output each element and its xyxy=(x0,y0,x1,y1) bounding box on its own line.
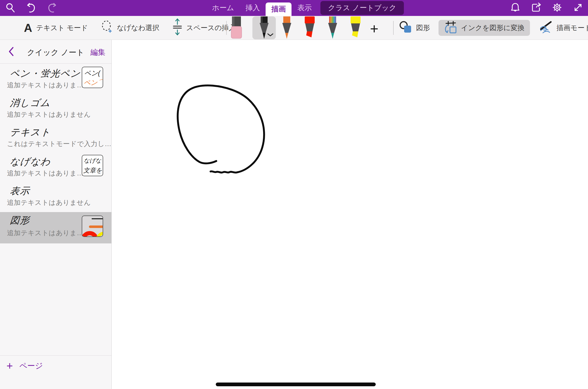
plus-icon: + xyxy=(6,360,13,371)
page-row-eraser[interactable]: 消しゴム 追加テキストはありません xyxy=(0,95,112,124)
edit-button[interactable]: 編集 xyxy=(90,47,105,57)
page-row-text[interactable]: テキスト これはテキストモードで入力し… xyxy=(0,124,112,153)
undo-button[interactable] xyxy=(25,2,37,14)
yellow-highlighter-tool[interactable] xyxy=(349,16,363,40)
red-highlighter-icon xyxy=(303,36,317,40)
page-row-shapes-selected[interactable]: 図形 追加テキストはありま… xyxy=(0,212,112,243)
page-title: テキスト xyxy=(9,126,51,139)
expand-icon xyxy=(573,2,584,14)
notifications-button[interactable] xyxy=(509,2,521,14)
thumbnail-shapes-drawing xyxy=(82,216,103,237)
gear-icon xyxy=(551,2,563,14)
draw-mode-label: 描画モード xyxy=(556,23,588,33)
eraser-tool[interactable] xyxy=(230,16,242,41)
settings-button[interactable] xyxy=(551,2,563,14)
thumbnail-ink-text: ペン( xyxy=(84,69,100,78)
ribbon-tabs: ホーム 挿入 描画 表示 クラス ノートブック xyxy=(206,0,404,16)
thumbnail-ink-text: なげな xyxy=(84,157,101,165)
page-row-view[interactable]: 表示 追加テキストはありません xyxy=(0,183,112,212)
shapes-button[interactable]: 図形 xyxy=(399,20,430,35)
drawing-canvas[interactable] xyxy=(112,40,588,389)
rainbow-pen-icon xyxy=(326,36,339,40)
page-row-pen-highlighter[interactable]: ペン・蛍光ペン 追加テキストはありま… ペン( ペン⌒ xyxy=(0,65,112,95)
tab-view[interactable]: 表示 xyxy=(292,0,317,16)
text-mode-button[interactable]: A テキスト モード xyxy=(24,22,88,34)
sidebar-header: クイック ノート 編集 xyxy=(0,40,111,64)
ribbon-divider-1 xyxy=(226,21,227,35)
page-thumbnail: なげな 文章を xyxy=(82,155,103,176)
page-list-sidebar: クイック ノート 編集 ペン・蛍光ペン 追加テキストはありま… ペン( ペン⌒ … xyxy=(0,40,112,389)
add-page-label: ページ xyxy=(19,361,43,371)
pen-options-chevron-icon[interactable] xyxy=(267,33,273,37)
rainbow-pen-tool[interactable] xyxy=(326,16,339,40)
ribbon-right-group: 図形 インクを図形に変換 xyxy=(399,16,588,40)
page-subtitle: 追加テキストはありま… xyxy=(7,228,84,237)
page-subtitle: これはテキストモードで入力し… xyxy=(7,139,111,148)
red-highlighter-tool[interactable] xyxy=(303,16,317,40)
ink-stroke-circle xyxy=(112,40,588,389)
home-indicator-bar[interactable] xyxy=(216,383,376,386)
tab-home[interactable]: ホーム xyxy=(206,0,240,16)
page-row-lasso[interactable]: なげなわ 追加テキストはありま… なげな 文章を xyxy=(0,153,112,183)
thumbnail-ink-text: 文章を xyxy=(83,166,102,174)
undo-icon xyxy=(25,2,36,13)
ink-to-shape-icon xyxy=(444,21,457,35)
page-title: ペン・蛍光ペン xyxy=(9,67,81,80)
shapes-icon xyxy=(399,20,412,35)
page-title: 図形 xyxy=(9,214,30,227)
sidebar-footer-divider xyxy=(0,355,111,356)
page-thumbnail: ペン( ペン⌒ xyxy=(82,67,103,88)
lasso-icon xyxy=(101,20,113,35)
lasso-select-button[interactable]: なげなわ選択 xyxy=(101,20,159,35)
ink-to-shape-button[interactable]: インクを図形に変換 xyxy=(439,20,530,36)
tab-class-notebook[interactable]: クラス ノートブック xyxy=(320,1,404,15)
draw-mode-button[interactable]: 描画モード xyxy=(538,20,588,36)
page-title: なげなわ xyxy=(9,155,51,168)
page-title: 表示 xyxy=(9,185,30,197)
page-thumbnail xyxy=(82,216,103,237)
tab-draw[interactable]: 描画 xyxy=(266,2,292,16)
ribbon-divider-2 xyxy=(393,21,394,35)
page-subtitle: 追加テキストはありません xyxy=(7,110,91,119)
pen-tray: + xyxy=(230,16,378,41)
redo-button[interactable] xyxy=(46,2,58,14)
share-icon xyxy=(530,2,542,14)
black-pen-tool-selected[interactable] xyxy=(252,16,276,39)
add-pen-button[interactable]: + xyxy=(370,21,378,36)
thumbnail-ink-text-orange: ペン⌒ xyxy=(84,78,103,87)
topbar-right-actions xyxy=(509,2,584,14)
share-button[interactable] xyxy=(530,2,542,14)
ribbon-left-group: A テキスト モード なげなわ選択 xyxy=(24,16,236,40)
orange-pen-icon xyxy=(280,36,293,40)
tab-insert[interactable]: 挿入 xyxy=(240,0,266,16)
text-mode-icon: A xyxy=(24,22,32,34)
text-mode-label: テキスト モード xyxy=(36,23,88,33)
page-subtitle: 追加テキストはありません xyxy=(7,198,91,207)
search-icon xyxy=(5,2,16,13)
page-title: 消しゴム xyxy=(9,97,51,109)
fullscreen-button[interactable] xyxy=(572,2,584,14)
orange-pen-tool[interactable] xyxy=(280,16,293,40)
top-app-bar: ホーム 挿入 描画 表示 クラス ノートブック xyxy=(0,0,588,16)
page-subtitle: 追加テキストはありま… xyxy=(7,169,84,178)
ink-to-shape-label: インクを図形に変換 xyxy=(461,23,524,33)
bell-icon xyxy=(510,2,521,14)
draw-mode-icon xyxy=(538,20,552,36)
shapes-label: 図形 xyxy=(416,23,430,33)
redo-icon xyxy=(47,2,58,13)
insert-space-icon xyxy=(172,18,182,38)
lasso-label: なげなわ選択 xyxy=(117,23,159,33)
insert-space-label: スペースの挿入 xyxy=(186,23,236,33)
yellow-highlighter-icon xyxy=(349,36,363,40)
search-button[interactable] xyxy=(4,2,16,14)
draw-ribbon: A テキスト モード なげなわ選択 xyxy=(0,16,588,40)
onenote-app: ホーム 挿入 描画 表示 クラス ノートブック xyxy=(0,0,588,389)
add-page-button[interactable]: + ページ xyxy=(6,360,43,371)
page-subtitle: 追加テキストはありま… xyxy=(7,81,84,90)
